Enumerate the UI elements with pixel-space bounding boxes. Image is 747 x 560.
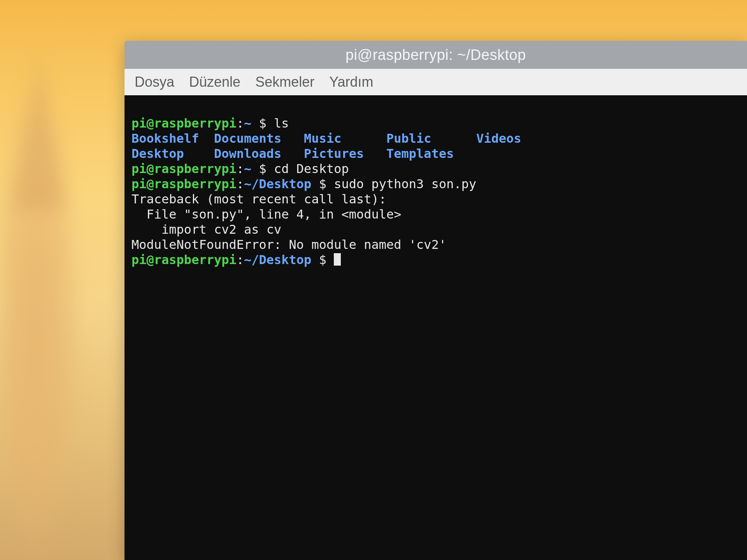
- ls-item: Templates: [386, 146, 476, 161]
- prompt-path: ~: [244, 161, 251, 176]
- menu-tabs[interactable]: Sekmeler: [255, 74, 314, 90]
- traceback-error: ModuleNotFoundError: No module named 'cv…: [132, 237, 446, 252]
- prompt-dollar: $: [251, 116, 274, 131]
- traceback-line: File "son.py", line 4, in <module>: [132, 207, 402, 222]
- window-title: pi@raspberrypi: ~/Desktop: [345, 47, 526, 63]
- ls-item: Documents: [214, 131, 304, 146]
- traceback-line: Traceback (most recent call last):: [132, 192, 386, 206]
- menubar: Dosya Düzenle Sekmeler Yardım: [124, 69, 747, 95]
- traceback-line: import cv2 as cv: [132, 222, 281, 237]
- prompt-path: ~: [244, 116, 251, 131]
- cmd-cd: cd Desktop: [274, 161, 349, 176]
- prompt-userhost: pi@raspberrypi: [132, 161, 237, 176]
- cmd-python: sudo python3 son.py: [334, 177, 476, 191]
- prompt-sep: :: [237, 252, 244, 267]
- ls-item: Downloads: [214, 146, 304, 161]
- prompt-userhost: pi@raspberrypi: [132, 116, 237, 131]
- cursor-icon: [334, 253, 341, 266]
- terminal-viewport[interactable]: pi@raspberrypi:~ $ ls BookshelfDocuments…: [124, 95, 747, 560]
- prompt-userhost: pi@raspberrypi: [132, 177, 237, 191]
- ls-item: Public: [386, 131, 476, 146]
- prompt-userhost: pi@raspberrypi: [132, 252, 237, 267]
- ls-item: Pictures: [304, 146, 386, 161]
- ls-item: Music: [304, 131, 386, 146]
- prompt-path: ~/Desktop: [244, 177, 311, 191]
- menu-file[interactable]: Dosya: [135, 74, 174, 90]
- prompt-sep: :: [237, 177, 244, 191]
- prompt-path: ~/Desktop: [244, 252, 311, 267]
- prompt-sep: :: [237, 116, 244, 131]
- cmd-ls: ls: [274, 116, 289, 131]
- terminal-window: pi@raspberrypi: ~/Desktop Dosya Düzenle …: [124, 41, 747, 560]
- ls-item: Desktop: [132, 146, 214, 161]
- prompt-sep: :: [237, 161, 244, 176]
- ls-item: Videos: [476, 131, 521, 146]
- menu-edit[interactable]: Düzenle: [189, 74, 240, 90]
- prompt-dollar: $: [311, 177, 334, 191]
- prompt-dollar: $: [311, 252, 334, 267]
- ls-item: Bookshelf: [132, 131, 214, 146]
- desktop-wallpaper-silhouette: [0, 54, 132, 560]
- menu-help[interactable]: Yardım: [329, 74, 373, 90]
- prompt-dollar: $: [251, 161, 274, 176]
- window-titlebar[interactable]: pi@raspberrypi: ~/Desktop: [124, 41, 747, 69]
